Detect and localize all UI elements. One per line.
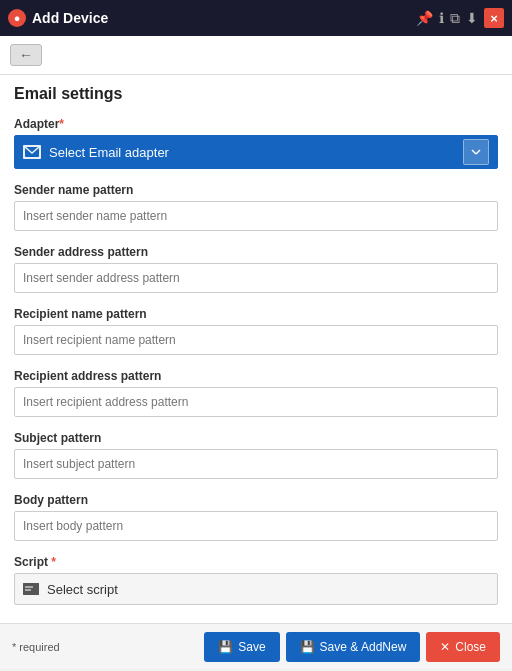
sender-address-label: Sender address pattern <box>14 245 498 259</box>
adapter-label: Adapter* <box>14 117 498 131</box>
main-content: Email settings Adapter* Select Email ada… <box>0 75 512 623</box>
svg-rect-4 <box>23 583 39 595</box>
sender-address-input[interactable] <box>14 263 498 293</box>
sender-name-field-group: Sender name pattern <box>14 183 498 231</box>
footer: * required 💾 Save 💾 Save & AddNew ✕ Clos… <box>0 623 512 669</box>
close-button[interactable]: ✕ Close <box>426 632 500 662</box>
close-x-icon: ✕ <box>440 640 450 654</box>
script-selected-text: Select script <box>47 582 118 597</box>
script-field-group: Script * Select script <box>14 555 498 605</box>
script-icon <box>23 583 39 595</box>
save-button[interactable]: 💾 Save <box>204 632 279 662</box>
download-icon[interactable]: ⬇ <box>466 10 478 26</box>
save-addnew-icon: 💾 <box>300 640 315 654</box>
save-addnew-button[interactable]: 💾 Save & AddNew <box>286 632 421 662</box>
info-icon[interactable]: ℹ <box>439 10 444 26</box>
recipient-address-label: Recipient address pattern <box>14 369 498 383</box>
recipient-address-input[interactable] <box>14 387 498 417</box>
back-button[interactable]: ← <box>10 44 42 66</box>
recipient-name-label: Recipient name pattern <box>14 307 498 321</box>
svg-line-3 <box>476 150 480 154</box>
window-close-dot[interactable]: ● <box>8 9 26 27</box>
adapter-dropdown[interactable]: Select Email adapter <box>14 135 498 169</box>
adapter-dropdown-btn[interactable] <box>463 139 489 165</box>
body-field-group: Body pattern <box>14 493 498 541</box>
svg-rect-1 <box>470 146 482 158</box>
window-x-button[interactable]: × <box>484 8 504 28</box>
sender-name-input[interactable] <box>14 201 498 231</box>
sender-address-field-group: Sender address pattern <box>14 245 498 293</box>
copy-icon[interactable]: ⧉ <box>450 10 460 27</box>
back-bar: ← <box>0 36 512 75</box>
recipient-name-field-group: Recipient name pattern <box>14 307 498 355</box>
required-note: * required <box>12 641 60 653</box>
title-bar-icons: 📌 ℹ ⧉ ⬇ × <box>416 8 504 28</box>
save-icon: 💾 <box>218 640 233 654</box>
adapter-email-icon <box>23 145 41 159</box>
recipient-address-field-group: Recipient address pattern <box>14 369 498 417</box>
script-dropdown[interactable]: Select script <box>14 573 498 605</box>
section-title: Email settings <box>14 85 498 103</box>
window-title: Add Device <box>32 10 410 26</box>
footer-buttons: 💾 Save 💾 Save & AddNew ✕ Close <box>204 632 500 662</box>
adapter-field-group: Adapter* Select Email adapter <box>14 117 498 169</box>
body-input[interactable] <box>14 511 498 541</box>
svg-line-2 <box>472 150 476 154</box>
back-arrow-icon: ← <box>19 47 33 63</box>
sender-name-label: Sender name pattern <box>14 183 498 197</box>
script-label: Script * <box>14 555 498 569</box>
recipient-name-input[interactable] <box>14 325 498 355</box>
pin-icon[interactable]: 📌 <box>416 10 433 26</box>
adapter-selected-text: Select Email adapter <box>49 145 455 160</box>
title-bar: ● Add Device 📌 ℹ ⧉ ⬇ × <box>0 0 512 36</box>
body-label: Body pattern <box>14 493 498 507</box>
subject-label: Subject pattern <box>14 431 498 445</box>
subject-field-group: Subject pattern <box>14 431 498 479</box>
subject-input[interactable] <box>14 449 498 479</box>
